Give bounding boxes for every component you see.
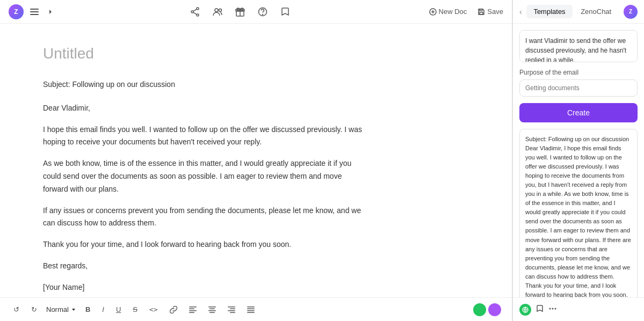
svg-rect-27 bbox=[209, 312, 215, 313]
svg-rect-33 bbox=[247, 308, 255, 309]
paragraph2: As we both know, time is of the essence … bbox=[43, 157, 365, 195]
svg-point-5 bbox=[191, 11, 193, 13]
svg-rect-30 bbox=[228, 310, 235, 311]
svg-rect-32 bbox=[247, 307, 255, 308]
tab-templates[interactable]: Templates bbox=[526, 5, 573, 18]
app-logo: Z bbox=[9, 4, 24, 19]
gift-button[interactable] bbox=[233, 5, 247, 19]
svg-line-6 bbox=[193, 9, 197, 11]
generated-text-box: Subject: Following up on our discussion … bbox=[519, 129, 638, 297]
format-left: ↺ ↻ Normal B I U S <> bbox=[11, 304, 257, 315]
avatars-row bbox=[473, 303, 501, 316]
users-button[interactable] bbox=[211, 5, 225, 19]
purpose-label: Purpose of the email bbox=[519, 69, 638, 76]
editor-area: Z bbox=[0, 0, 512, 321]
generated-text: Subject: Following up on our discussion … bbox=[525, 135, 632, 297]
svg-rect-26 bbox=[208, 310, 216, 311]
style-select[interactable]: Normal bbox=[46, 305, 76, 313]
align-right-button[interactable] bbox=[225, 304, 238, 315]
undo-button[interactable]: ↺ bbox=[11, 304, 22, 315]
editor-content[interactable]: Untitled Subject: Following up on our di… bbox=[0, 24, 512, 297]
svg-point-37 bbox=[549, 308, 551, 309]
create-button[interactable]: Create bbox=[519, 103, 638, 122]
redo-button[interactable]: ↻ bbox=[28, 304, 40, 315]
purpose-input[interactable] bbox=[519, 79, 638, 97]
doc-body[interactable]: Subject: Following up on our discussion … bbox=[43, 78, 365, 294]
menu-footer-button[interactable] bbox=[548, 304, 557, 315]
svg-point-8 bbox=[215, 9, 218, 12]
svg-rect-2 bbox=[30, 14, 39, 15]
paragraph1: I hope this email finds you well. I want… bbox=[43, 123, 365, 149]
align-justify-button[interactable] bbox=[244, 304, 257, 315]
save-button[interactable]: Save bbox=[477, 8, 503, 16]
svg-rect-0 bbox=[30, 9, 39, 10]
code-button[interactable]: <> bbox=[147, 304, 161, 315]
toolbar-icons bbox=[188, 5, 292, 19]
bookmark-footer-button[interactable] bbox=[536, 304, 544, 315]
svg-rect-34 bbox=[247, 310, 255, 311]
svg-rect-25 bbox=[209, 308, 215, 309]
link-button[interactable] bbox=[167, 304, 180, 315]
globe-icon bbox=[519, 304, 531, 316]
avatar-green bbox=[473, 303, 486, 316]
format-toolbar: ↺ ↻ Normal B I U S <> bbox=[0, 297, 512, 321]
save-label: Save bbox=[487, 8, 503, 16]
panel-body: Purpose of the email Create Subject: Fol… bbox=[513, 24, 644, 297]
svg-rect-28 bbox=[228, 307, 235, 308]
panel-footer bbox=[513, 297, 644, 321]
underline-button[interactable]: U bbox=[113, 304, 124, 315]
strikethrough-button[interactable]: S bbox=[130, 304, 140, 315]
format-right bbox=[473, 303, 501, 316]
svg-rect-18 bbox=[480, 12, 483, 14]
svg-rect-35 bbox=[247, 312, 255, 313]
salutation: Dear Vladimir, bbox=[43, 102, 365, 115]
chevron-right-button[interactable] bbox=[45, 6, 56, 17]
avatar-purple bbox=[488, 303, 501, 316]
svg-point-38 bbox=[552, 308, 554, 309]
svg-rect-29 bbox=[230, 308, 235, 309]
doc-title[interactable]: Untitled bbox=[43, 45, 469, 62]
panel-tabs: Templates ZenoChat bbox=[526, 5, 619, 18]
menu-button[interactable] bbox=[28, 5, 41, 18]
svg-rect-20 bbox=[189, 307, 197, 308]
svg-point-39 bbox=[555, 308, 556, 309]
tab-zenochat[interactable]: ZenoChat bbox=[573, 5, 619, 18]
svg-point-3 bbox=[197, 8, 199, 10]
new-doc-label: New Doc bbox=[439, 8, 467, 16]
panel-header: ‹ Templates ZenoChat Z bbox=[513, 0, 644, 24]
svg-rect-22 bbox=[189, 310, 197, 311]
toolbar-left: Z bbox=[9, 4, 56, 19]
align-left-button[interactable] bbox=[186, 304, 199, 315]
subject-line: Subject: Following up on our discussion bbox=[43, 78, 365, 91]
context-textarea[interactable] bbox=[519, 30, 638, 62]
svg-rect-1 bbox=[30, 11, 39, 12]
panel-logo: Z bbox=[624, 5, 638, 19]
help-button[interactable] bbox=[256, 5, 270, 19]
closing: Best regards, bbox=[43, 260, 365, 273]
paragraph4: Thank you for your time, and I look forw… bbox=[43, 238, 365, 251]
svg-rect-21 bbox=[189, 308, 194, 309]
purpose-section: Purpose of the email bbox=[519, 69, 638, 97]
top-toolbar: Z bbox=[0, 0, 512, 24]
svg-rect-23 bbox=[189, 312, 194, 313]
svg-rect-24 bbox=[208, 307, 216, 308]
italic-button[interactable]: I bbox=[99, 304, 107, 315]
paragraph3: If any issues or concerns prevent you fr… bbox=[43, 205, 365, 230]
bookmark-button[interactable] bbox=[278, 5, 292, 19]
svg-rect-19 bbox=[480, 9, 482, 11]
toolbar-right: New Doc Save bbox=[425, 5, 503, 18]
svg-point-9 bbox=[219, 9, 222, 11]
signature: [Your Name] bbox=[43, 281, 365, 294]
style-label: Normal bbox=[46, 305, 69, 313]
footer-left bbox=[519, 304, 557, 316]
svg-point-4 bbox=[197, 14, 199, 16]
share-button[interactable] bbox=[188, 5, 202, 19]
right-panel: ‹ Templates ZenoChat Z Purpose of the em… bbox=[512, 0, 644, 321]
svg-line-7 bbox=[193, 12, 197, 14]
svg-rect-31 bbox=[230, 312, 235, 313]
bold-button[interactable]: B bbox=[83, 304, 93, 315]
panel-collapse-button[interactable]: ‹ bbox=[519, 8, 522, 16]
svg-point-14 bbox=[263, 14, 263, 14]
align-center-button[interactable] bbox=[206, 304, 219, 315]
new-doc-button[interactable]: New Doc bbox=[425, 5, 472, 18]
